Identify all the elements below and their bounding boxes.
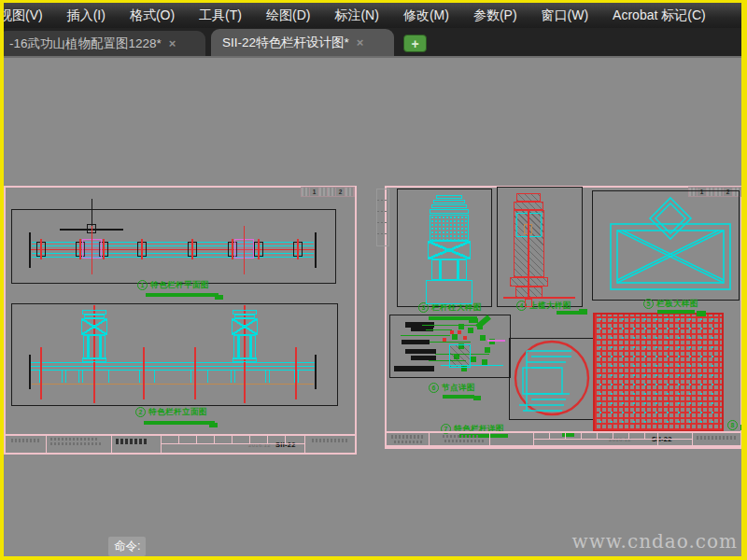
cad-shape	[30, 370, 316, 371]
menu-item-4[interactable]: 绘图(D)	[254, 3, 322, 28]
cad-shape	[657, 310, 695, 314]
cad-shape	[450, 330, 454, 334]
cad-shape	[65, 370, 66, 383]
cad-shape	[697, 436, 738, 440]
tab-railing-design[interactable]: SII-22特色栏杆设计图* ×	[211, 29, 394, 56]
cad-shape	[249, 434, 250, 443]
cad-shape	[161, 443, 304, 444]
cad-shape	[190, 370, 191, 383]
tab-plant-layout[interactable]: -16武功山植物配置图1228* ×	[0, 31, 205, 56]
drawing-canvas[interactable]: 12 1 特色栏杆平面图 2 特色栏杆立面图 12	[4, 56, 741, 556]
cad-shape	[315, 355, 317, 389]
cad-shape	[50, 438, 99, 441]
cad-shape	[82, 357, 106, 362]
cad-shape	[194, 347, 196, 399]
menu-item-1[interactable]: 插入(I)	[55, 3, 118, 28]
cad-shape	[597, 431, 598, 439]
cad-shape	[11, 439, 39, 442]
cad-shape	[32, 245, 314, 246]
grid-cyan-marks	[595, 315, 722, 430]
cad-shape	[557, 311, 581, 315]
menu-item-5[interactable]: 标注(N)	[322, 3, 390, 28]
menu-item-2[interactable]: 格式(O)	[118, 3, 187, 28]
cad-shape	[29, 232, 31, 268]
menu-item-9[interactable]: Acrobat 标记(C)	[600, 3, 718, 28]
page-cell	[345, 188, 354, 196]
cad-shape	[430, 209, 469, 214]
cad-shape	[377, 222, 388, 223]
cad-shape	[439, 259, 442, 280]
app-window: 视图(V)插入(I)格式(O)工具(T)绘图(D)标注(N)修改(M)参数(P)…	[0, 0, 747, 560]
cad-shape	[405, 349, 436, 354]
cad-shape	[285, 434, 286, 443]
cad-shape	[385, 431, 741, 433]
cad-shape	[315, 232, 317, 268]
cad-shape	[429, 431, 430, 447]
cad-shape	[92, 226, 93, 274]
new-tab-button[interactable]: +	[403, 35, 427, 52]
sheet-left-page-table: 12	[301, 187, 355, 197]
menu-item-7[interactable]: 参数(P)	[461, 3, 529, 28]
cad-shape	[473, 396, 481, 400]
menu-item-6[interactable]: 修改(M)	[391, 3, 461, 28]
grid-hatch-panel	[593, 313, 724, 432]
cad-shape	[394, 366, 434, 371]
cad-shape	[30, 362, 316, 363]
page-cell: 2	[336, 188, 345, 196]
cad-shape	[433, 200, 465, 203]
cad-shape	[111, 434, 112, 453]
menu-item-0[interactable]: 视图(V)	[4, 3, 55, 28]
label-plan-view: 1 特色栏杆平面图	[137, 280, 209, 290]
cad-shape	[50, 442, 103, 445]
label-text: 上槛大样图	[529, 301, 571, 310]
page-cell: 1	[310, 188, 318, 196]
menu-item-8[interactable]: 窗口(W)	[529, 3, 601, 28]
cad-shape	[178, 434, 179, 443]
label-text: 特色栏杆平面图	[150, 281, 209, 289]
cad-shape	[401, 335, 450, 336]
cad-shape	[443, 338, 446, 342]
menu-bar: 视图(V)插入(I)格式(O)工具(T)绘图(D)标注(N)修改(M)参数(P)…	[4, 3, 741, 28]
cad-shape	[487, 340, 505, 342]
label-elevation-view: 2 特色栏杆立面图	[135, 407, 207, 417]
cad-shape	[525, 299, 532, 307]
cad-shape	[436, 195, 462, 199]
cad-shape	[549, 431, 550, 439]
cad-shape	[116, 439, 148, 444]
cad-shape	[489, 431, 490, 447]
menu-item-3[interactable]: 工具(T)	[187, 3, 254, 28]
cad-shape	[258, 239, 260, 259]
cad-shape	[32, 257, 314, 258]
cad-shape	[103, 239, 105, 259]
tab-close-icon[interactable]: ×	[169, 36, 176, 50]
label-number-badge: 8	[727, 420, 738, 430]
cad-shape	[29, 355, 31, 389]
cad-shape	[297, 239, 299, 259]
cad-shape	[452, 334, 458, 340]
cad-shape	[628, 431, 629, 439]
cad-shape	[402, 340, 430, 344]
label-number-badge: 1	[137, 280, 148, 290]
label-number-badge: 2	[135, 407, 146, 417]
cad-shape	[377, 200, 388, 201]
cad-shape	[431, 259, 467, 280]
cad-shape	[431, 204, 467, 208]
cad-shape	[533, 439, 692, 440]
cad-shape	[391, 435, 423, 439]
cad-shape	[579, 309, 587, 315]
cad-shape	[377, 211, 388, 212]
cad-shape	[485, 347, 490, 353]
tab-close-icon[interactable]: ×	[357, 35, 364, 49]
cad-shape	[231, 370, 232, 383]
cad-shape	[692, 431, 693, 447]
label-number-badge: 6	[429, 383, 439, 393]
cad-shape	[463, 336, 467, 340]
cad-shape	[740, 425, 741, 430]
cad-shape	[82, 370, 83, 383]
cad-shape	[428, 241, 471, 259]
cad-shape	[458, 324, 464, 329]
command-prompt[interactable]: 命令:	[108, 537, 146, 556]
cad-shape	[613, 431, 613, 439]
cad-shape	[146, 293, 218, 297]
cad-shape	[234, 370, 235, 383]
